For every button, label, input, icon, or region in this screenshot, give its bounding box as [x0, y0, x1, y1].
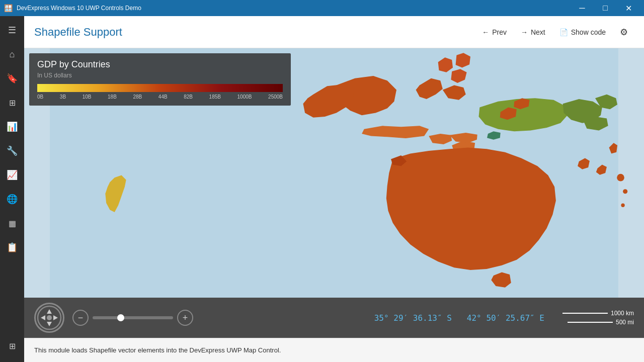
grid-icon: ▦: [9, 219, 16, 228]
sidebar-item-dashboard[interactable]: ⊞: [0, 90, 24, 115]
main-layout: ☰ ⌂ 🔖 ⊞ 📊 🔧 📈 🌐 ▦ 📋 ⊞: [0, 16, 644, 362]
zoom-slider[interactable]: [93, 316, 173, 319]
scale-km-label: 1000 km: [611, 310, 634, 317]
sidebar-bottom: ⊞: [0, 334, 24, 362]
svg-point-3: [621, 204, 624, 207]
status-bar: This module loads Shapefile vector eleme…: [24, 338, 644, 362]
sidebar-item-tools[interactable]: 🔧: [0, 139, 24, 163]
zoom-out-icon: −: [78, 313, 84, 323]
zoom-slider-thumb: [117, 314, 124, 321]
sidebar-item-charts[interactable]: 📊: [0, 115, 24, 139]
code-icon: 📄: [559, 28, 568, 36]
title-bar-left: 🪟 DevExpress Windows 10 UWP Controls Dem…: [4, 4, 141, 12]
allapps-icon: ⊞: [9, 341, 16, 351]
home-icon: ⌂: [10, 49, 15, 60]
map-container[interactable]: GDP by Countries In US dollars 0B 3B 10B…: [24, 48, 644, 298]
sidebar-item-bookmarks[interactable]: 🔖: [0, 66, 24, 90]
settings-button[interactable]: ⚙: [614, 22, 634, 42]
sidebar-item-home[interactable]: ⌂: [0, 42, 24, 66]
svg-point-1: [617, 174, 624, 182]
svg-marker-8: [53, 315, 58, 320]
analytics-icon: 📈: [7, 169, 18, 180]
scale-mi-row: 500 mi: [568, 319, 634, 326]
prev-button[interactable]: ← Prev: [476, 24, 513, 40]
arrow-left-icon: ←: [482, 28, 489, 36]
sidebar-item-allapps[interactable]: ⊞: [0, 334, 24, 358]
longitude-display: 42° 50′ 25.67″ E: [467, 313, 544, 323]
sidebar-item-globe[interactable]: 🌐: [0, 187, 24, 211]
pan-control[interactable]: [34, 303, 64, 333]
close-button[interactable]: ✕: [617, 0, 640, 16]
title-bar: 🪟 DevExpress Windows 10 UWP Controls Dem…: [0, 0, 644, 16]
next-button[interactable]: → Next: [515, 24, 551, 40]
legend-subtitle: In US dollars: [37, 72, 283, 79]
settings-icon: ⚙: [620, 27, 628, 38]
scale-bar-mi: [568, 322, 613, 323]
legend-labels: 0B 3B 10B 18B 28B 44B 82B 185B 1000B 250…: [37, 94, 283, 100]
scale-mi-label: 500 mi: [616, 319, 634, 326]
sidebar-item-pivot[interactable]: 📋: [0, 235, 24, 259]
show-code-button[interactable]: 📄 Show code: [553, 24, 612, 40]
legend-title: GDP by Countries: [37, 59, 283, 70]
app-title: DevExpress Windows 10 UWP Controls Demo: [17, 5, 141, 12]
svg-marker-7: [41, 315, 45, 320]
top-bar-actions: ← Prev → Next 📄 Show code ⚙: [476, 22, 634, 42]
svg-marker-6: [47, 322, 52, 326]
bookmark-icon: 🔖: [7, 73, 18, 84]
svg-marker-5: [47, 309, 52, 314]
coordinates-display: 35° 29′ 36.13″ S 42° 50′ 25.67″ E: [374, 313, 544, 323]
page-title: Shapefile Support: [34, 26, 122, 39]
sidebar-item-analytics[interactable]: 📈: [0, 163, 24, 187]
scale-km-row: 1000 km: [562, 310, 634, 317]
map-controls-bar: − + 35° 29′ 36.13″ S 42° 50′ 25.67″ E 10…: [24, 298, 644, 338]
top-bar: Shapefile Support ← Prev → Next 📄 Show c…: [24, 16, 644, 48]
tools-icon: 🔧: [7, 145, 18, 156]
scale-bar-km: [562, 313, 608, 314]
zoom-in-icon: +: [183, 313, 188, 323]
title-bar-controls: ─ □ ✕: [571, 0, 640, 16]
sidebar-item-grid[interactable]: ▦: [0, 211, 24, 235]
menu-icon: ☰: [8, 25, 16, 36]
dashboard-icon: ⊞: [9, 98, 16, 108]
zoom-out-button[interactable]: −: [72, 310, 89, 326]
globe-icon: 🌐: [7, 194, 18, 205]
latitude-display: 35° 29′ 36.13″ S: [374, 313, 452, 323]
status-text: This module loads Shapefile vector eleme…: [34, 346, 281, 354]
prev-label: Prev: [492, 28, 507, 36]
arrow-right-icon: →: [521, 28, 528, 36]
chart-icon: 📊: [7, 121, 18, 132]
pivot-icon: 📋: [7, 242, 18, 253]
app-icon: 🪟: [4, 4, 13, 12]
legend-overlay: GDP by Countries In US dollars 0B 3B 10B…: [29, 53, 291, 106]
content-area: Shapefile Support ← Prev → Next 📄 Show c…: [24, 16, 644, 362]
maximize-button[interactable]: □: [594, 0, 617, 16]
svg-point-2: [623, 189, 627, 194]
legend-gradient: [37, 84, 283, 92]
zoom-in-button[interactable]: +: [177, 310, 193, 326]
svg-point-9: [47, 315, 52, 320]
zoom-controls: − +: [72, 310, 193, 326]
next-label: Next: [531, 28, 545, 36]
sidebar-item-menu[interactable]: ☰: [0, 18, 24, 42]
show-code-label: Show code: [571, 28, 606, 36]
sidebar: ☰ ⌂ 🔖 ⊞ 📊 🔧 📈 🌐 ▦ 📋 ⊞: [0, 16, 24, 362]
scale-indicator: 1000 km 500 mi: [562, 310, 634, 326]
minimize-button[interactable]: ─: [571, 0, 594, 16]
